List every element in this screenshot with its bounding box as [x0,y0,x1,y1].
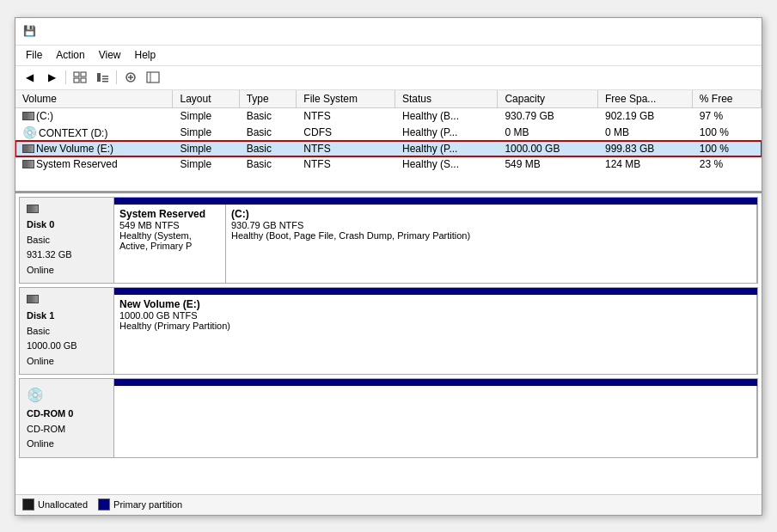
cell-filesystem: NTFS [297,141,395,156]
cell-capacity: 930.79 GB [498,107,598,124]
cell-free: 902.19 GB [597,107,692,124]
cell-volume: (C:) [15,107,173,124]
partitions-inner: System Reserved 549 MB NTFS Healthy (Sys… [114,205,757,284]
partition[interactable]: New Volume (E:) 1000.00 GB NTFS Healthy … [114,295,757,374]
cell-type: Basic [239,124,297,141]
col-layout: Layout [173,90,239,108]
col-free: Free Spa... [597,90,692,108]
forward-button[interactable]: ▶ [41,68,62,87]
cell-type: Basic [239,141,297,156]
toolbar-separator-2 [116,70,117,84]
legend-primary-label: Primary partition [113,499,182,510]
table-row[interactable]: 💿CONTEXT (D:) Simple Basic CDFS Healthy … [15,124,762,141]
col-volume: Volume [15,90,173,108]
toolbar: ◀ ▶ [15,66,762,90]
menu-action[interactable]: Action [49,47,91,63]
partition-name: System Reserved [119,208,220,220]
partitions-inner: New Volume (E:) 1000.00 GB NTFS Healthy … [114,295,757,374]
app-icon: 💾 [22,24,36,38]
maximize-button[interactable] [717,22,734,40]
close-button[interactable] [737,22,755,40]
table-row[interactable]: New Volume (E:) Simple Basic NTFS Health… [15,141,762,156]
partition-status: Healthy (System, Active, Primary P [119,230,220,251]
volumes-table: Volume Layout Type File System Status Ca… [15,90,762,172]
menu-file[interactable]: File [19,47,49,63]
menu-help[interactable]: Help [128,47,163,63]
legend-unallocated-box [22,498,34,511]
partition-size: 549 MB NTFS [119,220,220,230]
col-pct: % Free [692,90,761,108]
partition[interactable] [114,386,757,456]
cell-layout: Simple [173,141,239,156]
col-filesystem: File System [297,90,395,108]
disk-top-bar [114,379,757,386]
cell-layout: Simple [173,107,239,124]
disk-management-window: 💾 File Action View Help ◀ ▶ [15,17,762,516]
cell-volume: New Volume (E:) [15,141,173,156]
partition[interactable]: (C:) 930.79 GB NTFS Healthy (Boot, Page … [226,205,757,284]
cell-status: Healthy (P... [395,124,497,141]
table-row[interactable]: (C:) Simple Basic NTFS Healthy (B... 930… [15,107,762,124]
title-bar: 💾 [15,18,762,46]
cell-layout: Simple [173,156,239,172]
col-type: Type [239,90,297,108]
svg-rect-11 [147,72,159,83]
cell-type: Basic [239,156,297,172]
toolbar-btn-1[interactable] [70,68,90,87]
cell-pct: 100 % [692,124,761,141]
cell-filesystem: CDFS [297,124,395,141]
svg-rect-4 [97,73,101,82]
toolbar-separator-1 [65,70,66,84]
disk-id: CD-ROM 0 [27,408,73,419]
legend-unallocated-label: Unallocated [38,499,88,510]
table-row[interactable]: System Reserved Simple Basic NTFS Health… [15,156,762,172]
back-button[interactable]: ◀ [19,68,40,87]
menu-bar: File Action View Help [15,46,762,66]
cell-pct: 23 % [692,156,761,172]
col-status: Status [395,90,497,108]
disk-view: Disk 0Basic931.32 GBOnline System Reserv… [15,193,762,494]
minimize-button[interactable] [696,22,713,40]
disk-id: Disk 1 [27,310,54,321]
cell-volume: System Reserved [15,156,173,172]
toolbar-btn-2[interactable] [92,68,113,87]
menu-view[interactable]: View [92,47,128,63]
partition-size: 930.79 GB NTFS [231,220,751,230]
content-area: Volume Layout Type File System Status Ca… [15,90,762,515]
disk-row: Disk 1Basic1000.00 GBOnline New Volume (… [19,287,758,375]
cell-capacity: 1000.00 GB [498,141,598,156]
cell-status: Healthy (B... [395,107,497,124]
disk-label: 💿CD-ROM 0CD-ROMOnline [20,379,114,456]
svg-rect-7 [102,81,108,83]
toolbar-btn-4[interactable] [143,68,163,87]
legend-unallocated: Unallocated [22,498,88,511]
toolbar-btn-3[interactable] [120,68,141,87]
partition-size: 1000.00 GB NTFS [119,310,751,321]
cell-free: 999.83 GB [597,141,692,156]
cell-status: Healthy (P... [395,141,497,156]
disk-row: Disk 0Basic931.32 GBOnline System Reserv… [19,197,758,284]
partition-status: Healthy (Boot, Page File, Crash Dump, Pr… [231,230,751,241]
cell-free: 124 MB [597,156,692,172]
col-capacity: Capacity [498,90,598,108]
svg-rect-2 [74,78,79,83]
disk-top-bar [114,288,757,295]
svg-rect-3 [81,78,86,83]
partition[interactable]: System Reserved 549 MB NTFS Healthy (Sys… [114,205,226,284]
disk-partitions [114,379,757,456]
svg-rect-0 [74,72,79,76]
svg-rect-5 [102,76,108,77]
disk-partitions: New Volume (E:) 1000.00 GB NTFS Healthy … [114,288,757,374]
svg-rect-1 [81,72,86,76]
legend: Unallocated Primary partition [15,494,762,515]
cell-pct: 97 % [692,107,761,124]
title-bar-left: 💾 [22,24,41,38]
legend-primary: Primary partition [98,498,182,511]
cell-layout: Simple [173,124,239,141]
disk-id: Disk 0 [27,219,54,229]
table-header-row: Volume Layout Type File System Status Ca… [15,90,762,108]
svg-rect-6 [102,78,108,80]
disk-row: 💿CD-ROM 0CD-ROMOnline [19,378,758,457]
partitions-inner [114,386,757,456]
disk-partitions: System Reserved 549 MB NTFS Healthy (Sys… [114,198,757,284]
